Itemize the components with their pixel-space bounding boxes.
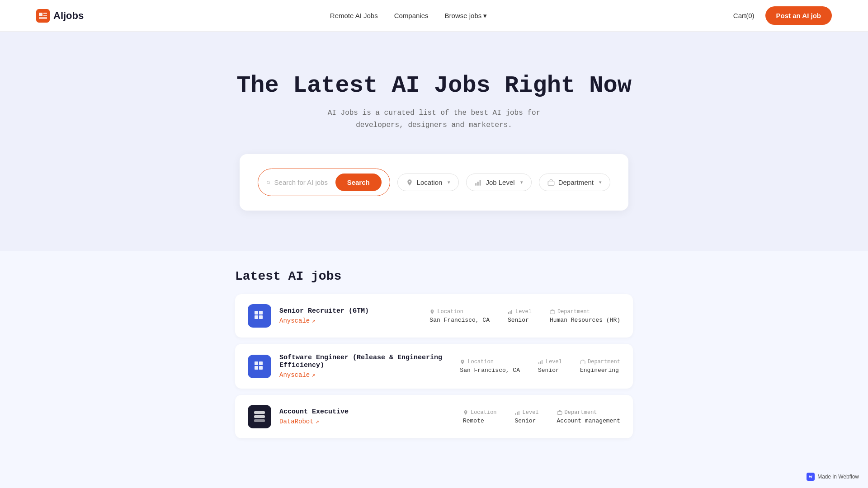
level-icon (508, 309, 513, 314)
job-level-value: Senior (515, 418, 539, 424)
jobs-list: Senior Recruiter (GTM) Anyscale ↗ Locati… (235, 294, 633, 438)
search-input-wrap: Search (258, 169, 390, 196)
job-dept-value: Human Resources (HR) (550, 317, 620, 324)
svg-rect-20 (542, 360, 542, 364)
job-left: Senior Recruiter (GTM) Anyscale ↗ (248, 304, 369, 328)
job-info: Account Executive DataRobot ↗ (279, 408, 349, 425)
svg-rect-18 (538, 362, 539, 364)
svg-rect-13 (550, 310, 555, 314)
job-level-value: Senior (538, 367, 562, 374)
job-company[interactable]: Anyscale ↗ (279, 317, 369, 324)
search-container: Search Location ▾ (240, 154, 628, 211)
nav-right: Cart(0) Post an AI job (733, 6, 832, 25)
dept-icon (557, 410, 562, 415)
svg-rect-22 (254, 411, 265, 414)
location-icon (460, 359, 465, 365)
hero-title: The Latest AI Jobs Right Now (9, 72, 859, 99)
location-icon (429, 309, 435, 314)
svg-rect-7 (259, 311, 263, 314)
logo-icon (36, 9, 50, 23)
svg-rect-8 (255, 315, 258, 319)
job-company[interactable]: DataRobot ↗ (279, 418, 349, 425)
search-row: Search Location ▾ (258, 169, 610, 196)
location-filter[interactable]: Location ▾ (397, 174, 459, 191)
jobs-section-title: Latest AI jobs (235, 269, 633, 283)
location-chevron: ▾ (448, 179, 450, 185)
search-button[interactable]: Search (335, 174, 382, 191)
search-input[interactable] (274, 178, 335, 186)
nav-remote-ai-jobs[interactable]: Remote AI Jobs (330, 12, 378, 19)
webflow-icon (807, 473, 815, 481)
svg-rect-25 (515, 413, 516, 415)
svg-rect-4 (480, 180, 481, 186)
post-job-button[interactable]: Post an AI job (765, 6, 832, 25)
svg-rect-21 (580, 361, 585, 364)
logo[interactable]: Aljobs (36, 9, 84, 23)
job-level-value: Senior (508, 317, 532, 324)
svg-rect-14 (255, 361, 258, 365)
nav-links: Remote AI Jobs Companies Browse jobs ▾ (330, 12, 487, 20)
job-info: Software Engineer (Release & Engineering… (279, 354, 460, 379)
dept-icon (550, 309, 555, 314)
svg-rect-11 (509, 311, 510, 314)
job-location-value: San Francisco, CA (460, 367, 520, 374)
job-level-meta: Level Senior (538, 359, 562, 374)
hero-section: The Latest AI Jobs Right Now AI Jobs is … (0, 32, 868, 159)
level-icon (538, 359, 543, 365)
svg-rect-0 (36, 9, 50, 23)
svg-rect-5 (548, 181, 554, 185)
job-level-chevron: ▾ (520, 179, 523, 185)
job-left: Software Engineer (Release & Engineering… (248, 354, 460, 379)
hero-wrapper: The Latest AI Jobs Right Now AI Jobs is … (0, 32, 868, 251)
job-title: Account Executive (279, 408, 349, 416)
job-location-meta: Location San Francisco, CA (429, 309, 490, 324)
job-logo (248, 304, 271, 328)
location-icon (406, 179, 413, 186)
job-logo (248, 405, 271, 428)
job-dept-meta: Department Account management (557, 409, 620, 424)
search-icon (266, 178, 271, 187)
svg-rect-28 (557, 411, 562, 414)
job-right: Location San Francisco, CA Level Senior … (429, 309, 620, 324)
hero-subtitle: AI Jobs is a curated list of the best AI… (9, 107, 859, 131)
job-left: Account Executive DataRobot ↗ (248, 405, 349, 428)
job-company[interactable]: Anyscale ↗ (279, 371, 460, 379)
job-card[interactable]: Software Engineer (Release & Engineering… (235, 344, 633, 389)
job-card[interactable]: Account Executive DataRobot ↗ Location R… (235, 395, 633, 438)
department-filter[interactable]: Department ▾ (539, 174, 610, 191)
svg-rect-17 (259, 366, 263, 370)
job-dept-meta: Department Human Resources (HR) (550, 309, 620, 324)
nav-browse-jobs[interactable]: Browse jobs ▾ (445, 12, 487, 20)
svg-rect-10 (508, 312, 509, 314)
department-chevron: ▾ (599, 179, 602, 185)
svg-rect-24 (254, 419, 265, 422)
nav-companies[interactable]: Companies (394, 12, 429, 19)
job-location-value: San Francisco, CA (429, 317, 490, 324)
svg-rect-3 (477, 182, 479, 186)
job-location-meta: Location San Francisco, CA (460, 359, 520, 374)
job-dept-value: Engineering (580, 367, 620, 374)
job-right: Location Remote Level Senior Department … (463, 409, 620, 424)
svg-rect-16 (255, 366, 258, 370)
job-title: Senior Recruiter (GTM) (279, 307, 369, 315)
svg-rect-12 (511, 310, 512, 314)
job-logo (248, 355, 271, 378)
level-icon (515, 410, 520, 415)
dept-icon (580, 359, 585, 365)
svg-rect-23 (254, 415, 265, 418)
job-level-filter[interactable]: Job Level ▾ (466, 174, 531, 191)
svg-rect-2 (476, 183, 477, 185)
job-card[interactable]: Senior Recruiter (GTM) Anyscale ↗ Locati… (235, 294, 633, 338)
webflow-badge: Made in Webflow (807, 473, 859, 481)
main-content: Latest AI jobs Senior Recruiter (GTM) An… (226, 269, 642, 438)
svg-rect-6 (255, 311, 258, 314)
job-level-icon (475, 179, 482, 186)
job-level-meta: Level Senior (508, 309, 532, 324)
svg-rect-26 (517, 412, 518, 415)
job-location-meta: Location Remote (463, 409, 497, 424)
svg-rect-15 (259, 361, 263, 365)
department-icon (547, 179, 555, 186)
navbar: Aljobs Remote AI Jobs Companies Browse j… (0, 0, 868, 32)
cart-link[interactable]: Cart(0) (733, 12, 755, 19)
svg-rect-27 (519, 411, 519, 415)
